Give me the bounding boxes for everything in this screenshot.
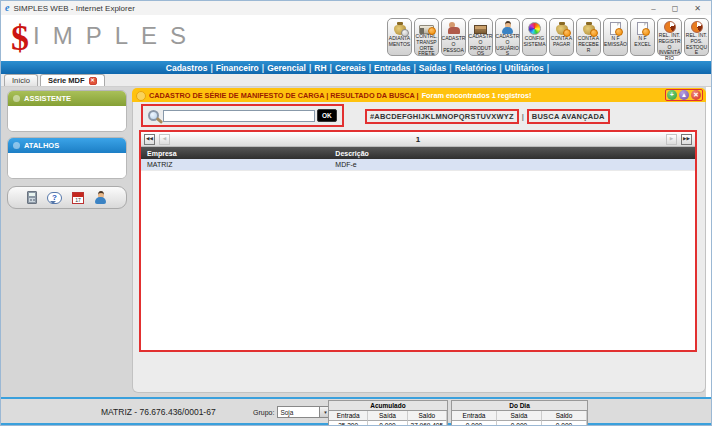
purple-action-button[interactable]: ▲ xyxy=(679,90,689,100)
menu-item-cereais[interactable]: Cereais xyxy=(332,63,369,73)
tab-close-icon[interactable]: ✕ xyxy=(89,77,97,85)
tab-bar: Início Série MDF ✕ xyxy=(1,74,711,87)
do-dia-saldo-value: 0.000 xyxy=(542,421,587,426)
minimize-button[interactable]: – xyxy=(651,4,655,13)
menu-item-relatorios[interactable]: Relatórios xyxy=(452,63,500,73)
toolbar-button-cadastro-usuarios[interactable]: CADASTRO USUÁRIOS xyxy=(495,18,520,56)
toolbar-button-rel-pos-estoque[interactable]: REL. INT. POS. ESTOQUE xyxy=(684,18,709,56)
table-header-row: Empresa Descrição xyxy=(141,147,695,159)
cell-descricao: MDF-e xyxy=(329,161,695,168)
add-button[interactable]: + xyxy=(667,90,677,100)
sidebar-tools-bar xyxy=(7,186,127,209)
atalhos-header[interactable]: ATALHOS xyxy=(8,138,126,153)
acumulado-saida-value: 0.000 xyxy=(368,421,407,426)
truck-icon xyxy=(419,21,434,34)
tab-serie-mdf[interactable]: Série MDF ✕ xyxy=(40,74,105,86)
assistente-body xyxy=(8,106,126,131)
do-dia-title: Do Dia xyxy=(452,401,587,411)
advanced-search-link[interactable]: BUSCA AVANÇADA xyxy=(527,109,610,124)
moneybag-pay-icon xyxy=(556,21,568,36)
main-area: ASSISTENTE ATALHOS CADASTRO DE SÉRIE DE … xyxy=(1,87,706,397)
atalhos-body xyxy=(8,153,126,178)
toolbar-button-transporte-frete[interactable]: CONTRL. TRANSPORTE FRETE xyxy=(414,18,439,56)
next-page-button[interactable]: ▶ xyxy=(666,134,677,145)
menu-item-financeiro[interactable]: Financeiro xyxy=(213,63,262,73)
result-count-text: Foram encontrados 1 registros! xyxy=(422,91,532,100)
acumulado-table: Acumulado Entrada Saída Saldo 35.200 0.0… xyxy=(328,400,448,426)
brand-name: IMPLES xyxy=(33,22,199,49)
grupo-selected-value: Soja xyxy=(280,409,293,416)
quick-access-toolbar: ADIANTA MENTOS CONTRL. TRANSPORTE FRETE … xyxy=(387,18,709,56)
toolbar-button-adiantamentos[interactable]: ADIANTA MENTOS xyxy=(387,18,412,56)
toolbar-button-cadastro-pessoa[interactable]: CADASTRO PESSOA xyxy=(441,18,466,56)
maximize-button[interactable]: ◻ xyxy=(672,4,679,13)
first-page-button[interactable]: ◀◀ xyxy=(144,134,155,145)
toolbar-button-cadastro-produtos[interactable]: CADASTRO PRODUTOS xyxy=(468,18,493,56)
toolbar-button-conta-receber[interactable]: CONTA A RECEBER xyxy=(576,18,601,56)
grupo-label: Grupo: xyxy=(253,409,274,416)
menu-item-entradas[interactable]: Entradas xyxy=(371,63,413,73)
window-title: SIMPLES WEB - Internet Explorer xyxy=(13,4,134,13)
sidebar: ASSISTENTE ATALHOS xyxy=(7,90,127,209)
menu-item-utilitarios[interactable]: Utilitários xyxy=(502,63,547,73)
dollar-logo-glyph: $ xyxy=(11,18,29,58)
last-page-button[interactable]: ▶▶ xyxy=(681,134,692,145)
moneybag-clock-icon xyxy=(394,21,406,36)
alphabet-filter[interactable]: #ABCDEFGHIJKLMNOPQRSTUVXWYZ xyxy=(365,109,519,124)
help-icon[interactable] xyxy=(47,192,62,204)
do-dia-entrada-value: 0.000 xyxy=(452,421,497,426)
search-icon xyxy=(148,110,159,121)
menu-item-saidas[interactable]: Saídas xyxy=(416,63,449,73)
close-section-button[interactable]: ✕ xyxy=(691,90,701,100)
close-button[interactable]: ✕ xyxy=(694,4,701,13)
window-controls: – ◻ ✕ xyxy=(651,4,711,13)
acumulado-saldo-value: 37.969.405 xyxy=(408,421,447,426)
grupo-dropdown[interactable]: Soja ▼ xyxy=(277,406,331,418)
profile-icon[interactable] xyxy=(94,191,107,204)
search-input[interactable] xyxy=(163,110,315,122)
content-area: CADASTRO DE SÉRIE DE MANIFESTO DE CARGA … xyxy=(132,88,706,393)
toolbar-button-nf-emissao[interactable]: N F EMISSÃO xyxy=(603,18,628,56)
content-panel: OK #ABCDEFGHIJKLMNOPQRSTUVXWYZ | BUSCA A… xyxy=(132,102,706,393)
search-ok-button[interactable]: OK xyxy=(317,109,337,122)
alphabet-filter-group: #ABCDEFGHIJKLMNOPQRSTUVXWYZ | BUSCA AVAN… xyxy=(365,109,610,124)
internet-explorer-icon xyxy=(5,3,9,13)
acumulado-title: Acumulado xyxy=(329,401,447,411)
column-header-descricao: Descrição xyxy=(329,150,695,157)
document-icon xyxy=(610,21,621,36)
tab-inicio[interactable]: Início xyxy=(4,74,38,86)
header-action-buttons: + ▲ ✕ xyxy=(665,89,703,101)
grupo-selector: Grupo: Soja ▼ xyxy=(253,406,331,418)
toolbar-button-conta-pagar[interactable]: CONTA A PAGAR xyxy=(549,18,574,56)
assistente-header[interactable]: ASSISTENTE xyxy=(8,91,126,106)
calculator-icon[interactable] xyxy=(27,191,37,204)
products-box-icon xyxy=(474,21,487,34)
do-dia-saida-value: 0.000 xyxy=(497,421,542,426)
search-group: OK xyxy=(141,104,344,127)
menu-item-gerencial[interactable]: Gerencial xyxy=(264,63,309,73)
section-title: CADASTRO DE SÉRIE DE MANIFESTO DE CARGA … xyxy=(149,91,419,100)
people-icon xyxy=(447,21,461,36)
document-up-icon xyxy=(637,21,648,36)
table-row[interactable]: MATRIZ MDF-e xyxy=(141,159,695,171)
results-table-container: ◀◀ ◀ 1 ▶ ▶▶ Empresa Descrição MATRIZ MDF… xyxy=(139,130,697,352)
previous-page-button[interactable]: ◀ xyxy=(159,134,170,145)
atalhos-panel: ATALHOS xyxy=(7,137,127,179)
toolbar-button-rel-registro-inventario[interactable]: REL. INT. REGISTRO INVENTÁRIO xyxy=(657,18,682,56)
section-header-bar: CADASTRO DE SÉRIE DE MANIFESTO DE CARGA … xyxy=(132,88,706,102)
toolbar-button-nf-excel[interactable]: N F EXCEL xyxy=(630,18,655,56)
do-dia-table: Do Dia Entrada Saída Saldo 0.000 0.000 0… xyxy=(451,400,588,426)
browser-window: SIMPLES WEB - Internet Explorer – ◻ ✕ $I… xyxy=(0,0,712,426)
moneybag-receive-icon xyxy=(583,21,595,36)
title-bar: SIMPLES WEB - Internet Explorer – ◻ ✕ xyxy=(1,1,711,15)
pagination-bar: ◀◀ ◀ 1 ▶ ▶▶ xyxy=(141,132,695,147)
current-page-number: 1 xyxy=(416,135,420,144)
menu-item-rh[interactable]: RH xyxy=(311,63,329,73)
menu-item-cadastros[interactable]: Cadastros xyxy=(163,63,211,73)
toolbar-button-config-sistema[interactable]: CONFIG SISTEMA xyxy=(522,18,547,56)
user-icon xyxy=(501,21,514,34)
calendar-icon[interactable] xyxy=(72,192,84,204)
simples-logo: $IMPLES xyxy=(11,17,199,59)
company-cnpj-text: MATRIZ - 76.676.436/0001-67 xyxy=(101,407,216,417)
main-menu-bar: Cadastros| Financeiro| Gerencial| RH| Ce… xyxy=(1,61,711,74)
